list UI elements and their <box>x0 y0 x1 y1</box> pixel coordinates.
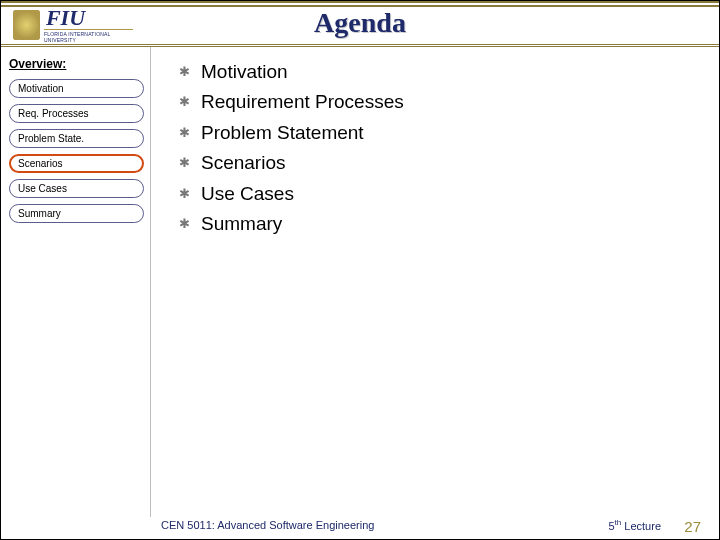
bullet-item: Motivation <box>179 57 707 87</box>
logo-initials: FIU <box>44 7 133 30</box>
main-content: MotivationRequirement ProcessesProblem S… <box>151 47 719 517</box>
bullet-item: Scenarios <box>179 148 707 178</box>
bullet-list: MotivationRequirement ProcessesProblem S… <box>179 57 707 239</box>
bullet-item: Problem Statement <box>179 118 707 148</box>
bullet-text: Summary <box>201 213 282 234</box>
sidebar-item-use-cases[interactable]: Use Cases <box>9 179 144 198</box>
sidebar-item-problem-state[interactable]: Problem State. <box>9 129 144 148</box>
footer-course: CEN 5011: Advanced Software Engineering <box>161 519 608 531</box>
sidebar-item-req-processes[interactable]: Req. Processes <box>9 104 144 123</box>
bullet-text: Motivation <box>201 61 288 82</box>
sidebar-item-motivation[interactable]: Motivation <box>9 79 144 98</box>
sidebar-item-label: Req. Processes <box>18 108 89 119</box>
seal-icon <box>13 10 40 40</box>
logo-subtext: FLORIDA INTERNATIONAL UNIVERSITY <box>44 31 133 43</box>
sidebar-item-label: Use Cases <box>18 183 67 194</box>
institution-logo: FIU FLORIDA INTERNATIONAL UNIVERSITY <box>13 7 133 43</box>
bullet-text: Requirement Processes <box>201 91 404 112</box>
slide: FIU FLORIDA INTERNATIONAL UNIVERSITY Age… <box>0 0 720 540</box>
bullet-text: Problem Statement <box>201 122 364 143</box>
sidebar-item-summary[interactable]: Summary <box>9 204 144 223</box>
footer-lecture-suffix: Lecture <box>621 520 661 532</box>
logo-text: FIU FLORIDA INTERNATIONAL UNIVERSITY <box>44 7 133 43</box>
sidebar-item-label: Problem State. <box>18 133 84 144</box>
slide-body: Overview: MotivationReq. ProcessesProble… <box>1 47 719 517</box>
footer-lecture: 5th Lecture <box>608 518 661 532</box>
slide-header: FIU FLORIDA INTERNATIONAL UNIVERSITY Age… <box>1 1 719 47</box>
page-number: 27 <box>684 518 701 535</box>
sidebar: Overview: MotivationReq. ProcessesProble… <box>1 47 151 517</box>
sidebar-item-label: Scenarios <box>18 158 62 169</box>
slide-footer: CEN 5011: Advanced Software Engineering … <box>1 515 719 539</box>
sidebar-heading: Overview: <box>9 57 144 71</box>
sidebar-item-label: Motivation <box>18 83 64 94</box>
sidebar-item-scenarios[interactable]: Scenarios <box>9 154 144 173</box>
sidebar-item-label: Summary <box>18 208 61 219</box>
bullet-item: Use Cases <box>179 179 707 209</box>
bullet-item: Requirement Processes <box>179 87 707 117</box>
bullet-text: Use Cases <box>201 183 294 204</box>
bullet-text: Scenarios <box>201 152 286 173</box>
bullet-item: Summary <box>179 209 707 239</box>
